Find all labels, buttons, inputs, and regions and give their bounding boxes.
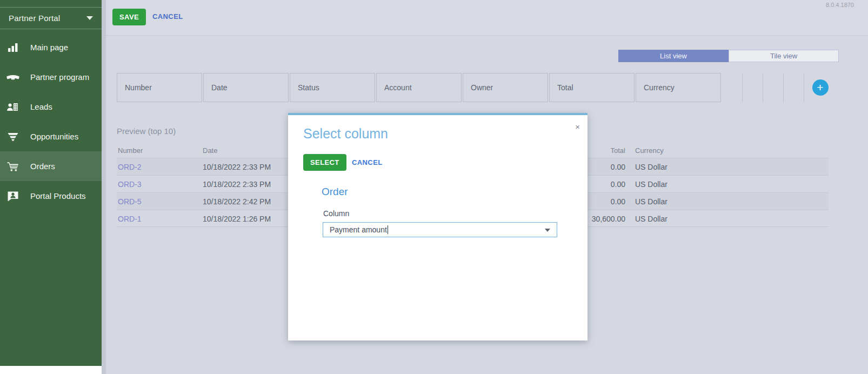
sidebar-item-partner-program[interactable]: Partner program — [0, 62, 102, 92]
preview-header-number: Number — [118, 144, 143, 158]
product-person-icon — [6, 190, 24, 203]
dialog-title: Select column — [303, 126, 388, 142]
section-title: Order — [322, 186, 348, 198]
preview-header-currency: Currency — [635, 144, 664, 158]
column-combobox[interactable]: Payment amount — [323, 222, 557, 237]
sidebar-item-label: Portal Products — [30, 191, 86, 201]
dialog-cancel-button[interactable]: CANCEL — [352, 158, 383, 166]
bar-chart-icon — [6, 41, 24, 54]
order-currency: US Dollar — [635, 193, 667, 210]
empty-column-slot — [743, 73, 763, 102]
column-combobox-value: Payment amount — [330, 225, 387, 234]
sidebar-item-label: Leads — [30, 102, 52, 111]
order-date: 10/18/2022 2:33 PM — [203, 176, 271, 193]
partner-portal-app: Partner Portal Main page — [0, 0, 868, 374]
text-cursor — [388, 225, 388, 234]
save-button[interactable]: SAVE — [112, 9, 146, 25]
order-link[interactable]: ORD-5 — [118, 193, 142, 210]
sidebar-item-portal-products[interactable]: Portal Products — [0, 181, 102, 211]
column-setup-header: Number Date Status Account Owner Total C… — [117, 73, 836, 102]
order-link[interactable]: ORD-2 — [118, 158, 142, 176]
list-view-button[interactable]: List view — [618, 50, 729, 62]
order-link[interactable]: ORD-3 — [118, 176, 142, 193]
order-link[interactable]: ORD-1 — [118, 210, 142, 228]
funnel-icon — [6, 130, 24, 143]
sidebar-nav: Main page Partner program — [0, 32, 102, 211]
close-icon[interactable]: × — [575, 123, 580, 131]
add-column-button[interactable]: + — [812, 79, 829, 96]
sidebar-item-orders[interactable]: Orders — [0, 151, 102, 181]
toolbar — [106, 0, 868, 36]
order-currency: US Dollar — [635, 158, 667, 176]
order-date: 10/18/2022 2:42 PM — [203, 193, 271, 210]
sidebar-item-label: Partner program — [30, 72, 89, 82]
sidebar-item-label: Orders — [30, 162, 55, 171]
view-toggle: List view Tile view — [618, 50, 839, 62]
version-label: 8.0.4.1870 — [826, 2, 854, 8]
sidebar-item-opportunities[interactable]: Opportunities — [0, 122, 102, 151]
sidebar-item-leads[interactable]: Leads — [0, 92, 102, 122]
sidebar-item-label: Main page — [30, 43, 68, 52]
column-header-account[interactable]: Account — [376, 73, 462, 102]
empty-column-slot — [784, 73, 804, 102]
column-header-date[interactable]: Date — [203, 73, 289, 102]
handshake-icon — [6, 71, 24, 84]
sidebar-item-label: Opportunities — [30, 132, 78, 141]
column-header-number[interactable]: Number — [117, 73, 202, 102]
column-field-label: Column — [323, 209, 349, 218]
select-column-dialog: × Select column SELECT CANCEL Order Colu… — [288, 113, 587, 340]
workplace-label: Partner Portal — [9, 14, 60, 23]
workplace-selector[interactable]: Partner Portal — [0, 7, 102, 29]
chevron-down-icon — [545, 229, 550, 232]
order-currency: US Dollar — [635, 176, 667, 193]
preview-title: Preview (top 10) — [117, 126, 176, 136]
preview-header-date: Date — [203, 144, 217, 158]
sidebar: Partner Portal Main page — [0, 0, 102, 366]
empty-column-slot — [763, 73, 784, 102]
sidebar-item-main-page[interactable]: Main page — [0, 32, 102, 62]
column-header-status[interactable]: Status — [290, 73, 375, 102]
chevron-down-icon — [86, 16, 93, 20]
tile-view-button[interactable]: Tile view — [729, 50, 839, 62]
order-date: 10/18/2022 1:26 PM — [203, 210, 271, 228]
select-button[interactable]: SELECT — [303, 154, 346, 171]
scrollbar-track[interactable] — [102, 0, 106, 374]
order-date: 10/18/2022 2:33 PM — [203, 158, 271, 176]
column-header-owner[interactable]: Owner — [463, 73, 548, 102]
order-currency: US Dollar — [635, 210, 667, 228]
add-column-cell: + — [804, 73, 836, 102]
cart-icon — [6, 160, 24, 173]
cancel-button[interactable]: CANCEL — [152, 12, 183, 21]
leads-icon — [6, 101, 24, 113]
column-header-total[interactable]: Total — [549, 73, 635, 102]
empty-column-slot — [722, 73, 743, 102]
column-header-currency[interactable]: Currency — [636, 73, 721, 102]
